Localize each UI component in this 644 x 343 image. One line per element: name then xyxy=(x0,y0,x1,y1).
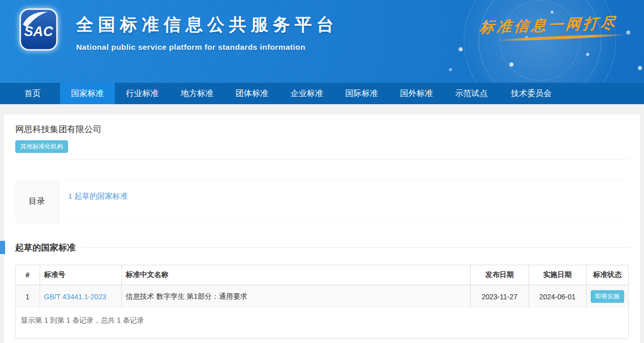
toc-body: 1 起草的国家标准 xyxy=(58,180,629,223)
table-header-row: # 标准号 标准中文名称 发布日期 实施日期 标准状态 xyxy=(16,265,628,285)
section-accent-bar xyxy=(0,241,5,254)
standards-table: # 标准号 标准中文名称 发布日期 实施日期 标准状态 1 GB/ xyxy=(16,265,628,308)
nav-item[interactable]: 示范试点 xyxy=(444,83,499,104)
sac-logo[interactable]: SAC xyxy=(19,8,58,51)
table-row: 1 GB/T 43441.1-2023 信息技术 数字孪生 第1部分：通用要求 … xyxy=(16,285,628,308)
nav-item[interactable]: 企业标准 xyxy=(279,83,334,104)
col-header-impl-date: 实施日期 xyxy=(529,265,586,285)
globe-graphic xyxy=(464,0,616,83)
cell-name: 信息技术 数字孪生 第1部分：通用要求 xyxy=(121,285,470,308)
toc-section: 目录 1 起草的国家标准 xyxy=(15,180,629,223)
cell-pub-date: 2023-11-27 xyxy=(470,285,529,308)
section-header: 起草的国家标准 xyxy=(15,240,629,255)
site-subtitle: National public service platform for sta… xyxy=(76,43,338,52)
col-header-status: 标准状态 xyxy=(586,265,628,285)
content-background: 网思科技集团有限公司 其他标准化机构 目录 1 起草的国家标准 起草的国家标准 xyxy=(0,104,644,343)
main-nav: 首页 国家标准 行业标准 地方标准 团体标准 企业标准 国际标准 国外标准 示范… xyxy=(0,83,644,104)
nav-item[interactable]: 国际标准 xyxy=(334,83,389,104)
cell-index: 1 xyxy=(16,285,40,308)
nav-item[interactable]: 行业标准 xyxy=(115,83,170,104)
standard-link[interactable]: GB/T 43441.1-2023 xyxy=(44,293,107,301)
header-dots-decoration xyxy=(0,0,2,2)
nav-item[interactable]: 地方标准 xyxy=(170,83,224,104)
nav-item[interactable]: 团体标准 xyxy=(224,83,279,104)
section-title: 起草的国家标准 xyxy=(15,242,76,254)
nav-item[interactable]: 国外标准 xyxy=(389,83,444,104)
nav-item[interactable]: 首页 xyxy=(5,83,60,104)
section-line xyxy=(83,247,629,248)
col-header-name: 标准中文名称 xyxy=(121,265,470,285)
cell-std-no: GB/T 43441.1-2023 xyxy=(40,285,121,308)
col-header-pub-date: 发布日期 xyxy=(470,265,529,285)
record-count-summary: 显示第 1 到第 1 条记录，总共 1 条记录 xyxy=(16,308,628,338)
cell-impl-date: 2024-06-01 xyxy=(529,285,586,308)
nav-item[interactable]: 技术委员会 xyxy=(499,83,564,104)
site-title: 全国标准信息公共服务平台 xyxy=(76,13,338,37)
site-title-block: 全国标准信息公共服务平台 National public service pla… xyxy=(76,13,338,52)
org-type-badge: 其他标准化机构 xyxy=(15,140,68,153)
standards-table-container: # 标准号 标准中文名称 发布日期 实施日期 标准状态 1 GB/ xyxy=(15,265,629,339)
toc-label: 目录 xyxy=(15,180,58,223)
cell-status: 即将实施 xyxy=(586,285,628,308)
col-header-index: # xyxy=(16,265,40,285)
status-badge: 即将实施 xyxy=(591,290,624,303)
nav-item[interactable]: 国家标准 xyxy=(60,83,115,104)
site-header: SAC 全国标准信息公共服务平台 National public service… xyxy=(0,0,644,83)
content-card: 网思科技集团有限公司 其他标准化机构 目录 1 起草的国家标准 起草的国家标准 xyxy=(4,114,640,343)
toc-link[interactable]: 1 起草的国家标准 xyxy=(68,192,128,200)
col-header-std-no: 标准号 xyxy=(40,265,121,285)
org-name: 网思科技集团有限公司 xyxy=(15,123,629,135)
svg-text:SAC: SAC xyxy=(24,24,53,39)
divider xyxy=(15,159,629,160)
